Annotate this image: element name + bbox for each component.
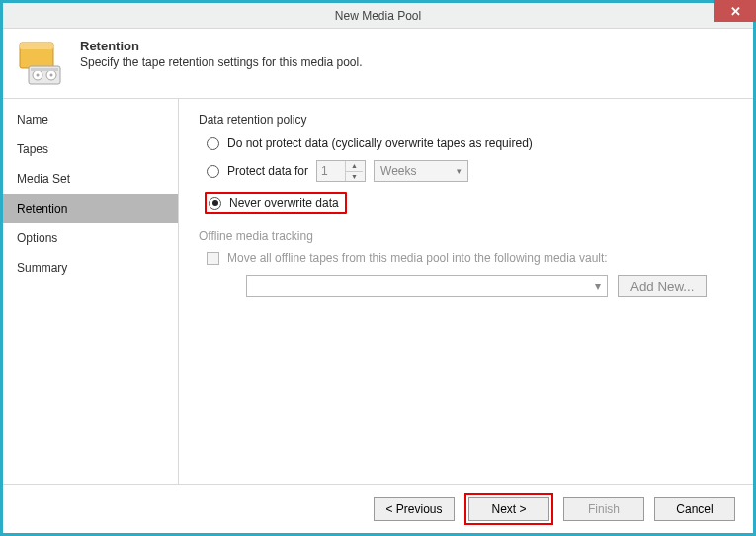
checkbox-label-move-offline: Move all offline tapes from this media p… (227, 251, 608, 265)
radio-protect-for[interactable] (207, 165, 219, 178)
radio-row-never-overwrite[interactable]: Never overwrite data (205, 192, 733, 214)
radio-never-overwrite[interactable] (209, 197, 221, 210)
header-text: Retention Specify the tape retention set… (80, 39, 363, 69)
page-subtitle: Specify the tape retention settings for … (80, 55, 363, 69)
previous-button[interactable]: < Previous (374, 497, 455, 521)
wizard-header: Retention Specify the tape retention set… (3, 29, 753, 99)
close-icon: ✕ (730, 4, 741, 19)
titlebar: New Media Pool ✕ (3, 3, 753, 29)
radio-label-never-overwrite: Never overwrite data (229, 196, 339, 210)
protect-unit-select[interactable]: Weeks ▾ (374, 160, 468, 182)
highlight-never-overwrite: Never overwrite data (205, 192, 347, 214)
radio-row-do-not-protect[interactable]: Do not protect data (cyclically overwrit… (207, 136, 733, 150)
svg-rect-1 (20, 43, 53, 49)
finish-button[interactable]: Finish (563, 497, 644, 521)
svg-rect-7 (31, 68, 58, 71)
sidebar-item-retention[interactable]: Retention (3, 194, 178, 223)
sidebar-item-tapes[interactable]: Tapes (3, 134, 178, 164)
sidebar: Name Tapes Media Set Retention Options S… (3, 99, 179, 484)
radio-row-protect-for[interactable]: Protect data for ▲ ▼ Weeks ▾ (207, 160, 733, 182)
vault-row: ▾ Add New... (246, 275, 733, 297)
add-new-vault-button[interactable]: Add New... (618, 275, 707, 297)
section-title-offline: Offline media tracking (199, 229, 733, 243)
media-vault-select[interactable]: ▾ (246, 275, 608, 297)
retention-icon (17, 39, 66, 88)
radio-label-protect-for: Protect data for (227, 164, 308, 178)
chevron-down-icon: ▾ (457, 166, 462, 176)
wizard-body: Name Tapes Media Set Retention Options S… (3, 99, 753, 484)
sidebar-item-summary[interactable]: Summary (3, 253, 178, 283)
protect-unit-value: Weeks (380, 164, 416, 178)
cancel-button[interactable]: Cancel (654, 497, 735, 521)
sidebar-item-options[interactable]: Options (3, 223, 178, 253)
highlight-next: Next > (464, 493, 553, 525)
spinner-up-icon[interactable]: ▲ (346, 161, 363, 172)
chevron-down-icon: ▾ (595, 279, 601, 293)
spinner-down-icon[interactable]: ▼ (346, 172, 363, 182)
sidebar-item-name[interactable]: Name (3, 105, 178, 134)
close-button[interactable]: ✕ (714, 0, 756, 22)
checkbox-row-offline: Move all offline tapes from this media p… (207, 251, 733, 265)
radio-do-not-protect[interactable] (207, 137, 219, 150)
window-title: New Media Pool (335, 9, 421, 23)
section-title-retention: Data retention policy (199, 113, 733, 127)
wizard-footer: < Previous Next > Finish Cancel (3, 484, 753, 533)
protect-duration-spinner[interactable]: ▲ ▼ (316, 160, 366, 182)
sidebar-item-media-set[interactable]: Media Set (3, 164, 178, 194)
protect-duration-input[interactable] (317, 161, 345, 181)
radio-label-do-not-protect: Do not protect data (cyclically overwrit… (227, 136, 533, 150)
wizard-window: New Media Pool ✕ Retention Specify the t… (0, 0, 756, 536)
next-button[interactable]: Next > (468, 497, 549, 521)
svg-point-5 (37, 74, 40, 77)
content-panel: Data retention policy Do not protect dat… (179, 99, 753, 484)
checkbox-move-offline[interactable] (207, 252, 219, 265)
svg-point-6 (50, 74, 53, 77)
spinner-arrows: ▲ ▼ (345, 161, 363, 181)
page-title: Retention (80, 39, 363, 53)
